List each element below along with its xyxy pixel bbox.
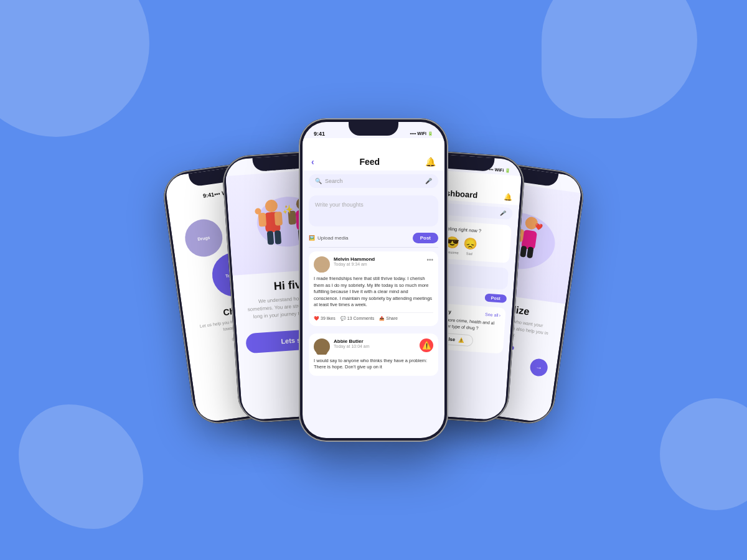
post-2-avatar [314, 338, 330, 355]
post-1-name: Melvin Hammond [334, 256, 423, 262]
svg-rect-2 [258, 213, 267, 227]
see-all-button[interactable]: See all › [485, 312, 500, 318]
post-button[interactable]: Post [413, 233, 438, 243]
emoji-sad[interactable]: 😞 Sad [463, 236, 477, 256]
feed-title: Feed [314, 157, 425, 167]
svg-rect-4 [267, 231, 275, 245]
mic-icon[interactable]: 🎤 [425, 178, 432, 184]
post-1-time: Today at 9:34 am [334, 262, 423, 266]
post-1-reactions: ❤️ 39 likes 💬 13 Comments 📤 Share [314, 312, 433, 321]
post-2-time: Today at 10:04 am [334, 344, 416, 348]
svg-rect-3 [275, 212, 283, 226]
alert-badge[interactable]: ⚠️ [420, 338, 433, 352]
feed-compose-actions: 🖼️ Upload media Post [309, 233, 438, 243]
svg-rect-28 [520, 246, 527, 258]
post-2: Abbie Butler Today at 10:04 am ⚠️ I woul… [309, 334, 438, 376]
feed-compose-area[interactable]: Write your thoughts [309, 195, 438, 226]
svg-point-17 [318, 341, 326, 348]
feed-screen: 9:41 ▪▪▪▪ WiFi 🔋 ‹ Feed 🔔 🔍 Search 🎤 [303, 122, 444, 438]
share-button[interactable]: 📤 Share [379, 316, 398, 321]
sad-face: 😞 [463, 236, 477, 251]
feed-search-bar[interactable]: 🔍 Search 🎤 [309, 174, 438, 188]
phones-container: 9:41 ▪▪▪ WiFi 🔋 Drugs Alcohol T [31, 37, 716, 523]
sad-label: Sad [466, 251, 472, 256]
svg-text:✨: ✨ [282, 204, 294, 215]
post-2-text: I would say to anyone who thinks they ha… [314, 358, 433, 371]
status-time-feed: 9:41 [314, 131, 325, 137]
dashboard-bell-icon[interactable]: 🔔 [504, 193, 513, 202]
chevron-right-icon: › [499, 313, 500, 317]
svg-point-18 [316, 348, 327, 355]
upload-media-button[interactable]: 🖼️ Upload media [309, 235, 348, 241]
comments-button[interactable]: 💬 13 Comments [341, 316, 375, 321]
socialize-next-button[interactable]: → [529, 357, 549, 377]
notch-feed [349, 122, 398, 136]
post-2-meta: Abbie Butler Today at 10:04 am [334, 338, 416, 348]
compose-placeholder: Write your thoughts [315, 202, 364, 208]
feed-header: ‹ Feed 🔔 [303, 138, 444, 170]
post-1-meta: Melvin Hammond Today at 9:34 am [334, 256, 423, 266]
post-2-header: Abbie Butler Today at 10:04 am ⚠️ [314, 338, 433, 355]
svg-point-16 [316, 266, 327, 273]
post-1-avatar [314, 256, 330, 273]
search-icon: 🔍 [315, 178, 322, 184]
warning-icon: ⚠️ [458, 337, 464, 343]
status-time-choose: 9:41 [202, 192, 214, 199]
likes-button[interactable]: ❤️ 39 likes [314, 316, 336, 321]
divider-1 [309, 247, 438, 248]
dash-mic-icon[interactable]: 🎤 [500, 210, 507, 217]
svg-text:❤️: ❤️ [534, 222, 543, 231]
upload-icon: 🖼️ [309, 235, 315, 241]
post-2-name: Abbie Butler [334, 338, 416, 344]
bubble-drugs[interactable]: Drugs [182, 217, 225, 259]
post-1: Melvin Hammond Today at 9:34 am ••• I ma… [309, 251, 438, 326]
svg-rect-5 [275, 230, 282, 245]
post-1-text: I made friendships here that still thriv… [314, 276, 433, 309]
post-1-header: Melvin Hammond Today at 9:34 am ••• [314, 256, 433, 273]
svg-point-15 [318, 259, 326, 267]
bell-icon[interactable]: 🔔 [425, 157, 436, 167]
dash-post-button[interactable]: Post [484, 293, 507, 302]
svg-point-0 [265, 199, 278, 212]
phone-feed: 9:41 ▪▪▪▪ WiFi 🔋 ‹ Feed 🔔 🔍 Search 🎤 [299, 118, 448, 442]
feed-search-placeholder: Search [325, 178, 343, 184]
post-1-menu[interactable]: ••• [426, 256, 433, 263]
